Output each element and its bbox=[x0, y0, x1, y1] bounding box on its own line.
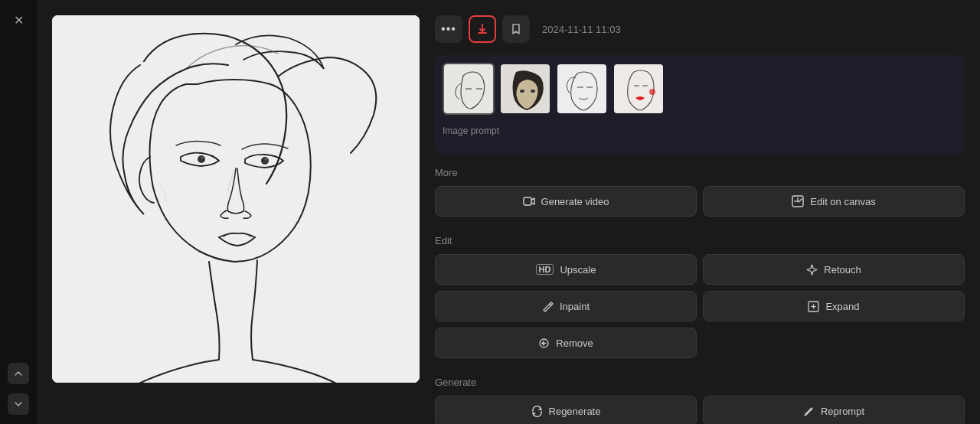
remove-icon bbox=[538, 338, 550, 349]
edit-row-3: Remove bbox=[435, 328, 965, 358]
more-section-label: More bbox=[435, 167, 965, 178]
thumbnail-1[interactable] bbox=[443, 63, 495, 115]
image-panel: Image prompt bbox=[435, 55, 965, 155]
svg-point-1 bbox=[198, 155, 205, 163]
more-options-icon: ••• bbox=[441, 22, 456, 36]
svg-rect-18 bbox=[614, 64, 665, 115]
timestamp: 2024-11-11 11:03 bbox=[542, 24, 621, 35]
retouch-icon bbox=[806, 264, 818, 276]
svg-point-2 bbox=[201, 157, 204, 159]
regenerate-icon bbox=[531, 406, 543, 417]
reprompt-label: Reprompt bbox=[821, 406, 864, 417]
image-prompt-label: Image prompt bbox=[443, 121, 957, 148]
thumbnail-4[interactable] bbox=[612, 63, 665, 115]
svg-point-14 bbox=[531, 90, 535, 93]
upscale-button[interactable]: HD Upscale bbox=[435, 254, 697, 285]
more-options-button[interactable]: ••• bbox=[435, 15, 462, 43]
svg-rect-9 bbox=[444, 64, 495, 115]
svg-point-21 bbox=[649, 89, 655, 95]
line-art-svg: 印 朱 bbox=[52, 15, 420, 383]
expand-button[interactable]: Expand bbox=[703, 291, 965, 321]
nav-down-button[interactable] bbox=[8, 393, 29, 415]
svg-point-13 bbox=[520, 90, 524, 93]
main-image-container: 印 朱 bbox=[52, 15, 420, 383]
thumbnail-2[interactable] bbox=[499, 63, 551, 115]
svg-point-3 bbox=[261, 157, 269, 165]
more-action-row: Generate video Edit on canvas bbox=[435, 186, 965, 217]
chevron-down-icon bbox=[14, 400, 23, 409]
bookmark-icon bbox=[510, 23, 522, 35]
close-button[interactable]: ✕ bbox=[8, 9, 29, 31]
generate-video-label: Generate video bbox=[541, 196, 609, 207]
generate-row: Regenerate Reprompt bbox=[435, 396, 965, 424]
edit-section-label: Edit bbox=[435, 235, 965, 246]
generate-section: Generate Regenerate Repr bbox=[435, 377, 965, 424]
main-image: 印 朱 bbox=[52, 15, 420, 383]
toolbar: ••• 2024-11-11 11:03 bbox=[435, 15, 965, 43]
edit-on-canvas-button[interactable]: Edit on canvas bbox=[703, 186, 965, 217]
expand-icon bbox=[808, 301, 819, 312]
reprompt-icon bbox=[803, 406, 815, 417]
bookmark-button[interactable] bbox=[502, 15, 530, 43]
chevron-up-icon bbox=[14, 369, 23, 378]
thumbnail-2-preview bbox=[501, 64, 551, 115]
edit-on-canvas-label: Edit on canvas bbox=[810, 196, 875, 207]
thumbnail-1-preview bbox=[444, 64, 495, 115]
regenerate-label: Regenerate bbox=[549, 406, 601, 417]
generate-section-label: Generate bbox=[435, 377, 965, 388]
edit-on-canvas-icon bbox=[792, 195, 804, 207]
remove-button[interactable]: Remove bbox=[435, 328, 697, 358]
retouch-label: Retouch bbox=[824, 264, 861, 276]
regenerate-button[interactable]: Regenerate bbox=[435, 396, 697, 424]
thumbnail-strip bbox=[443, 63, 957, 115]
thumbnail-4-preview bbox=[614, 64, 665, 115]
svg-rect-22 bbox=[524, 197, 531, 205]
more-section: More Generate video Edit on canvas bbox=[435, 167, 965, 223]
thumbnail-3[interactable] bbox=[556, 63, 608, 115]
thumbnail-3-preview bbox=[557, 64, 608, 115]
edit-row-2: Inpaint Expand bbox=[435, 291, 965, 321]
download-icon bbox=[476, 23, 488, 35]
remove-label: Remove bbox=[556, 338, 593, 349]
expand-label: Expand bbox=[825, 301, 859, 312]
retouch-button[interactable]: Retouch bbox=[703, 254, 965, 285]
hd-badge: HD bbox=[536, 264, 554, 275]
edit-section: Edit HD Upscale Retouch bbox=[435, 235, 965, 364]
generate-video-icon bbox=[523, 195, 535, 207]
inpaint-button[interactable]: Inpaint bbox=[435, 291, 697, 321]
generate-video-button[interactable]: Generate video bbox=[435, 186, 697, 217]
inpaint-label: Inpaint bbox=[560, 301, 590, 312]
edit-row-1: HD Upscale Retouch bbox=[435, 254, 965, 285]
reprompt-button[interactable]: Reprompt bbox=[703, 396, 965, 424]
left-sidebar: ✕ bbox=[0, 0, 37, 424]
svg-point-4 bbox=[265, 158, 267, 161]
inpaint-icon bbox=[542, 301, 554, 312]
download-button[interactable] bbox=[469, 15, 496, 43]
main-content: 印 朱 ••• bbox=[37, 0, 980, 424]
right-panel: ••• 2024-11-11 11:03 bbox=[420, 15, 980, 424]
upscale-label: Upscale bbox=[560, 264, 596, 276]
nav-up-button[interactable] bbox=[8, 363, 29, 384]
